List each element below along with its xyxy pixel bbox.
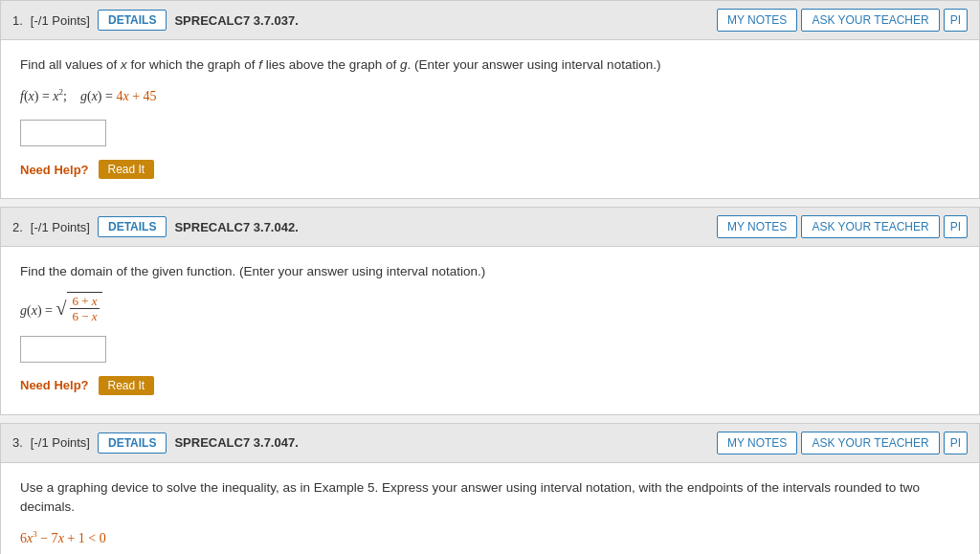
question-1-number: 1.: [12, 13, 23, 28]
question-3-header-left: 3. [-/1 Points] DETAILS SPRECALC7 3.7.04…: [12, 432, 707, 454]
question-2-sqrt: √ 6 + x 6 − x: [56, 292, 101, 324]
question-2-answer-input[interactable]: [20, 336, 106, 363]
question-3-pr-button[interactable]: PI: [944, 432, 968, 454]
question-2-need-help-row: Need Help? Read It: [20, 376, 960, 395]
question-2-points: [-/1 Points]: [31, 220, 90, 234]
question-3-number: 3.: [12, 435, 23, 450]
question-2-header-left: 2. [-/1 Points] DETAILS SPRECALC7 3.7.04…: [12, 216, 707, 237]
question-1-header: 1. [-/1 Points] DETAILS SPRECALC7 3.7.03…: [1, 1, 979, 40]
question-1-var-g: g: [400, 57, 408, 72]
question-1-problem-id: SPRECALC7 3.7.037.: [174, 13, 298, 28]
question-3-problem-id: SPRECALC7 3.7.047.: [174, 435, 298, 450]
question-3-text: Use a graphing device to solve the inequ…: [20, 478, 960, 518]
question-3-points: [-/1 Points]: [31, 435, 90, 450]
question-1-points: [-/1 Points]: [31, 13, 90, 28]
question-2-sqrt-content: 6 + x 6 − x: [67, 292, 101, 324]
question-3-body: Use a graphing device to solve the inequ…: [1, 463, 979, 554]
question-2-denominator: 6 − x: [70, 309, 99, 324]
question-1-var-x: x: [121, 57, 127, 72]
question-2-pr-button[interactable]: PI: [944, 215, 968, 238]
question-1-my-notes-button[interactable]: MY NOTES: [717, 9, 797, 32]
question-2-number: 2.: [12, 220, 23, 234]
question-1-text: Find all values of x for which the graph…: [20, 55, 960, 75]
question-3-ask-teacher-button[interactable]: ASK YOUR TEACHER: [801, 432, 939, 454]
question-2-math: g(x) = √ 6 + x 6 − x: [20, 292, 960, 324]
question-1-header-left: 1. [-/1 Points] DETAILS SPRECALC7 3.7.03…: [12, 10, 707, 31]
question-2-read-it-button[interactable]: Read It: [99, 376, 155, 395]
question-3: 3. [-/1 Points] DETAILS SPRECALC7 3.7.04…: [0, 423, 980, 554]
question-2-ask-teacher-button[interactable]: ASK YOUR TEACHER: [801, 215, 939, 238]
question-3-header: 3. [-/1 Points] DETAILS SPRECALC7 3.7.04…: [1, 424, 979, 463]
question-1-details-button[interactable]: DETAILS: [98, 10, 167, 31]
question-2-header: 2. [-/1 Points] DETAILS SPRECALC7 3.7.04…: [1, 208, 979, 247]
question-3-header-right: MY NOTES ASK YOUR TEACHER PI: [717, 432, 968, 454]
question-2-my-notes-button[interactable]: MY NOTES: [717, 215, 797, 238]
question-1-need-help-label: Need Help?: [20, 163, 89, 177]
question-3-math-expr: 6x3 − 7x + 1 < 0: [20, 531, 106, 545]
question-3-my-notes-button[interactable]: MY NOTES: [717, 432, 797, 454]
question-1-need-help-row: Need Help? Read It: [20, 160, 960, 179]
question-1-var-f: f: [258, 57, 262, 72]
question-1-math: f(x) = x2; g(x) = 4x + 45: [20, 84, 960, 108]
question-1-ask-teacher-button[interactable]: ASK YOUR TEACHER: [801, 9, 939, 32]
question-2-header-right: MY NOTES ASK YOUR TEACHER PI: [717, 215, 968, 238]
question-2-sqrt-symbol: √: [56, 299, 66, 318]
question-1-body: Find all values of x for which the graph…: [1, 40, 979, 198]
question-2-fraction: 6 + x 6 − x: [70, 294, 99, 324]
question-1-answer-input[interactable]: [20, 120, 106, 146]
question-2-problem-id: SPRECALC7 3.7.042.: [174, 220, 298, 234]
question-2-body: Find the domain of the given function. (…: [1, 247, 979, 413]
question-2-text: Find the domain of the given function. (…: [20, 262, 960, 281]
question-2: 2. [-/1 Points] DETAILS SPRECALC7 3.7.04…: [0, 207, 980, 414]
question-1-pr-button[interactable]: PI: [944, 9, 968, 32]
question-2-need-help-label: Need Help?: [20, 378, 89, 392]
question-1: 1. [-/1 Points] DETAILS SPRECALC7 3.7.03…: [0, 0, 980, 199]
question-3-details-button[interactable]: DETAILS: [98, 432, 167, 454]
question-2-details-button[interactable]: DETAILS: [98, 216, 167, 237]
question-1-header-right: MY NOTES ASK YOUR TEACHER PI: [717, 9, 968, 32]
question-3-math: 6x3 − 7x + 1 < 0: [20, 526, 960, 550]
question-1-read-it-button[interactable]: Read It: [99, 160, 155, 179]
question-2-numerator: 6 + x: [70, 294, 99, 310]
